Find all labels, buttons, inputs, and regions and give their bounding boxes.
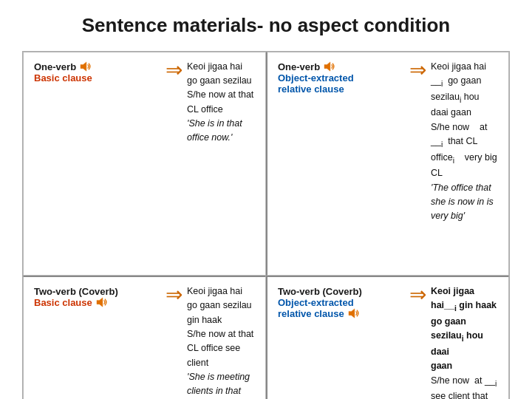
cell-two-verb-basic: Two-verb (Coverb) Basic clause ⇒ Keoi ji… (23, 276, 266, 399)
page: Sentence materials- no aspect condition … (0, 0, 532, 399)
label-basic-clause-2: Basic clause (34, 297, 160, 308)
label-basic-clause-1: Basic clause (34, 72, 160, 83)
label-object-extracted-1: Object-extracted (278, 72, 403, 83)
label-two-verb-2: Two-verb (Coverb) (278, 286, 403, 297)
text-block-4: Keoi jigaa hai__i gin haak go gaan sezil… (431, 284, 498, 399)
text-block-1: Keoi jigaa hai go gaan sezilau S/he now … (187, 60, 255, 146)
label-one-verb-1: One-verb (34, 61, 160, 72)
arrow-3: ⇒ (166, 284, 183, 305)
speaker-icon-2[interactable] (323, 61, 336, 72)
cell-content-3: ⇒ Keoi jigaa hai go gaan sezilau gin haa… (166, 284, 255, 399)
label-relative-clause-1: relative clause (278, 83, 403, 95)
cell-content-1: ⇒ Keoi jigaa hai go gaan sezilau S/he no… (166, 60, 255, 146)
label-two-verb-1: Two-verb (Coverb) (34, 286, 160, 297)
arrow-4: ⇒ (409, 284, 426, 305)
svg-marker-3 (349, 309, 355, 318)
content-grid: One-verb Basic clause ⇒ Keoi jigaa hai g… (22, 51, 510, 400)
label-relative-clause-2: relative clause (278, 308, 403, 319)
label-object-extracted-2: Object-extracted (278, 297, 403, 308)
speaker-icon-1[interactable] (79, 61, 92, 72)
cell-content-2: ⇒ Keoi jigaa hai __i go gaan sezilaui ho… (409, 60, 498, 224)
arrow-1: ⇒ (166, 60, 183, 81)
speaker-icon-3[interactable] (95, 297, 109, 307)
cell-label-left-2: One-verb Object-extracted relative claus… (278, 60, 403, 95)
page-title: Sentence materials- no aspect condition (22, 13, 510, 38)
text-block-2: Keoi jigaa hai __i go gaan sezilaui hou … (431, 60, 498, 224)
cell-label-left-4: Two-verb (Coverb) Object-extracted relat… (278, 284, 403, 319)
cell-label-left-1: One-verb Basic clause (34, 60, 160, 83)
text-block-3: Keoi jigaa hai go gaan sezilau gin haak … (187, 284, 255, 399)
svg-marker-0 (81, 62, 86, 71)
cell-two-verb-relative: Two-verb (Coverb) Object-extracted relat… (266, 276, 509, 399)
svg-marker-1 (324, 62, 330, 71)
cell-content-4: ⇒ Keoi jigaa hai__i gin haak go gaan sez… (409, 284, 498, 399)
label-one-verb-2: One-verb (278, 61, 403, 72)
svg-marker-2 (97, 298, 103, 307)
speaker-icon-4[interactable] (347, 308, 361, 318)
cell-one-verb-relative: One-verb Object-extracted relative claus… (266, 52, 509, 276)
cell-one-verb-basic: One-verb Basic clause ⇒ Keoi jigaa hai g… (23, 52, 266, 276)
arrow-2: ⇒ (409, 60, 426, 81)
cell-label-left-3: Two-verb (Coverb) Basic clause (34, 284, 160, 308)
